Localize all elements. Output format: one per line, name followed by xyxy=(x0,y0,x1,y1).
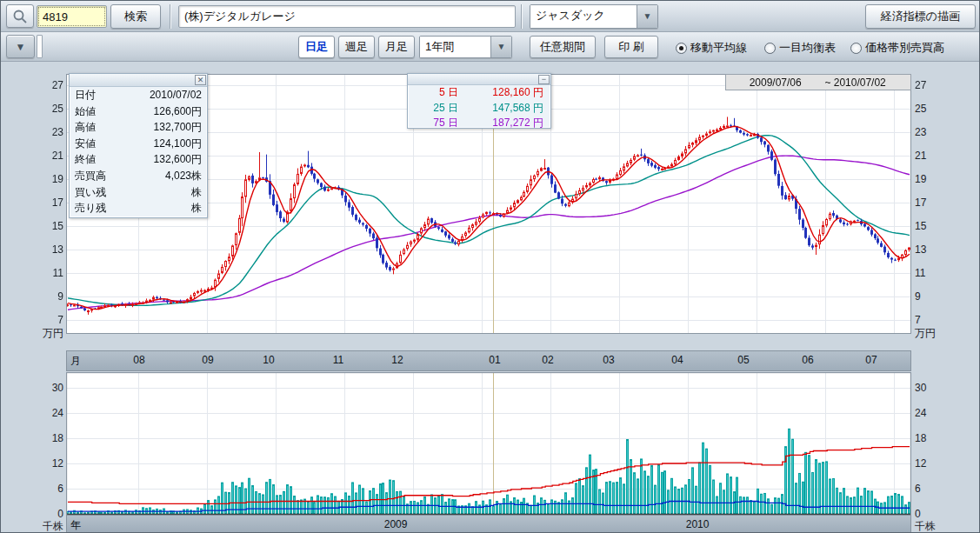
ma-legend-value: 128,160 円 xyxy=(492,85,543,101)
price-tick-left: 23 xyxy=(34,125,63,139)
price-tick-left: 9 xyxy=(34,290,63,303)
info-row: 日付2010/07/02 xyxy=(70,87,207,103)
month-label: 07 xyxy=(861,354,882,366)
toolbar-divider xyxy=(521,4,523,29)
volume-tick-left: 6 xyxy=(34,482,63,496)
year-axis-band: 年20092010 xyxy=(66,515,911,533)
close-icon[interactable]: ✕ xyxy=(195,75,206,85)
volume-axis-unit-right: 千株 xyxy=(915,519,936,533)
month-label: 03 xyxy=(598,354,619,366)
search-icon xyxy=(12,9,28,24)
stock-code-input[interactable] xyxy=(37,5,107,28)
month-label: 01 xyxy=(484,354,505,366)
radio-moving-average[interactable]: 移動平均線 xyxy=(676,40,747,56)
date-range-end: ~ 2010/07/02 xyxy=(824,77,910,89)
month-axis-band: 月080910111201020304050607 xyxy=(66,350,911,371)
price-tick-right: 17 xyxy=(915,196,926,210)
info-row-label: 日付 xyxy=(75,87,96,103)
price-tick-right: 23 xyxy=(915,125,926,139)
price-tick-left: 13 xyxy=(34,243,63,257)
price-tick-left: 7 xyxy=(34,313,63,327)
print-button[interactable]: 印 刷 xyxy=(604,36,658,58)
year-axis-unit: 年 xyxy=(70,518,81,533)
info-row: 安値124,100円 xyxy=(70,136,207,152)
info-row-value: 2010/07/02 xyxy=(150,87,202,103)
volume-tick-left: 0 xyxy=(34,507,63,521)
symbol-search-button[interactable] xyxy=(6,4,34,28)
chevron-down-icon: ▼ xyxy=(16,42,26,52)
ma-legend-row: 75 日187,272 円 xyxy=(408,116,550,131)
price-tick-left: 11 xyxy=(34,266,63,280)
volume-tick-left: 24 xyxy=(34,406,63,420)
info-row-value: 124,100円 xyxy=(154,136,202,152)
price-axis-unit-left: 万円 xyxy=(34,326,63,340)
price-tick-right: 27 xyxy=(915,78,926,92)
split-handle[interactable] xyxy=(37,35,43,58)
volume-tick-left: 12 xyxy=(34,456,63,470)
period-select-value: 1年間 xyxy=(420,37,490,57)
ma-legend-panel: − 5 日128,160 円25 日147,568 円75 日187,272 円 xyxy=(407,73,551,129)
tab-weekly[interactable]: 週足 xyxy=(338,36,375,58)
custom-period-button[interactable]: 任意期間 xyxy=(530,36,596,58)
month-label: 10 xyxy=(258,354,279,366)
search-button[interactable]: 検索 xyxy=(110,4,161,29)
radio-unselected-icon xyxy=(764,43,776,54)
volume-tick-left: 30 xyxy=(34,381,63,395)
chevron-down-icon: ▼ xyxy=(497,43,506,51)
month-label: 06 xyxy=(797,354,818,366)
minimize-icon[interactable]: − xyxy=(538,75,550,84)
ma-legend-label: 75 日 xyxy=(415,116,458,131)
price-tick-left: 17 xyxy=(34,196,63,210)
info-row-label: 高値 xyxy=(75,119,96,136)
volume-chart-canvas[interactable] xyxy=(66,372,911,516)
month-axis-unit: 月 xyxy=(70,354,81,369)
expand-dropdown-button[interactable]: ▼ xyxy=(6,35,35,58)
volume-axis-unit-left: 千株 xyxy=(34,519,63,533)
info-row-label: 始値 xyxy=(75,103,96,120)
info-panel-rows: 日付2010/07/02始値126,600円高値132,700円安値124,10… xyxy=(70,87,207,217)
month-label: 08 xyxy=(129,354,150,366)
radio-ichimoku-label: 一目均衡表 xyxy=(779,40,836,56)
info-row-label: 安値 xyxy=(75,136,96,152)
market-select-value: ジャスダック xyxy=(530,5,637,28)
economic-indicator-button[interactable]: 経済指標の描画 xyxy=(865,4,976,29)
price-tick-left: 15 xyxy=(34,219,63,233)
price-tick-left: 25 xyxy=(34,102,63,116)
info-row-label: 終値 xyxy=(75,151,96,168)
ma-legend-label: 5 日 xyxy=(415,85,458,101)
period-select[interactable]: 1年間 ▼ xyxy=(419,36,512,58)
volume-tick-right: 12 xyxy=(915,456,926,470)
ohlc-info-panel: ✕ 日付2010/07/02始値126,600円高値132,700円安値124,… xyxy=(69,73,208,218)
radio-unselected-icon xyxy=(850,43,862,54)
info-panel-titlebar[interactable]: ✕ xyxy=(70,74,207,87)
info-row-value: 132,700円 xyxy=(154,119,202,136)
market-select[interactable]: ジャスダック ▼ xyxy=(530,4,658,29)
month-label: 11 xyxy=(328,354,349,366)
price-tick-right: 13 xyxy=(915,243,926,257)
radio-selected-icon xyxy=(676,43,687,54)
volume-tick-right: 24 xyxy=(915,406,926,420)
month-label: 09 xyxy=(197,354,218,366)
month-label: 05 xyxy=(733,354,754,366)
radio-volume-by-price[interactable]: 価格帯別売買高 xyxy=(850,40,944,56)
legend-rows: 5 日128,160 円25 日147,568 円75 日187,272 円 xyxy=(408,85,550,131)
period-select-arrow[interactable]: ▼ xyxy=(490,37,511,57)
info-row: 終値132,600円 xyxy=(70,151,207,168)
month-label: 02 xyxy=(537,354,558,366)
price-tick-right: 15 xyxy=(915,219,926,233)
date-range-box: 2009/07/06 ~ 2010/07/02 xyxy=(725,74,911,90)
market-select-arrow[interactable]: ▼ xyxy=(637,5,657,28)
toolbar-second: ▼ 日足 週足 月足 1年間 ▼ 任意期間 印 刷 移動平均線 一目均衡表 価格… xyxy=(1,32,979,62)
info-row-label: 売り残 xyxy=(75,200,106,217)
tab-daily[interactable]: 日足 xyxy=(298,36,335,58)
price-tick-right: 19 xyxy=(915,172,926,186)
radio-volume-by-price-label: 価格帯別売買高 xyxy=(865,40,944,56)
volume-tick-right: 18 xyxy=(915,431,926,445)
date-range-start: 2009/07/06 xyxy=(726,77,824,89)
legend-panel-titlebar[interactable]: − xyxy=(408,74,550,85)
price-tick-right: 11 xyxy=(915,266,925,280)
radio-ichimoku[interactable]: 一目均衡表 xyxy=(764,40,836,56)
company-name-input[interactable] xyxy=(178,5,516,28)
tab-monthly[interactable]: 月足 xyxy=(378,36,415,58)
radio-moving-average-label: 移動平均線 xyxy=(690,40,747,56)
